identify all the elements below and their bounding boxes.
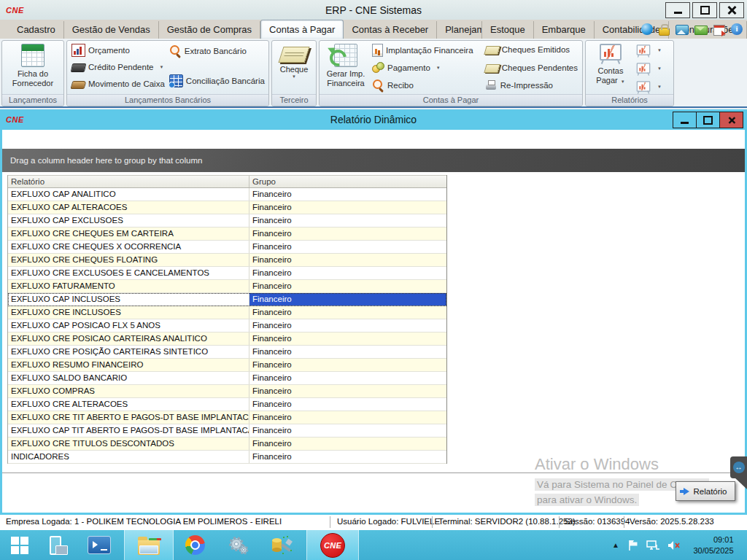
table-row[interactable]: EXFLUXO CRE ALTERACOESFinanceiro — [8, 398, 446, 411]
table-row[interactable]: EXFLUXO CRE TIT ABERTO E PAGOS-DT BASE I… — [8, 411, 446, 424]
taskbar-cne-erp[interactable]: CNE — [306, 530, 359, 560]
menu-tab[interactable]: Contas à Pagar — [260, 20, 344, 39]
cell-relatorio[interactable]: INDICADORES — [8, 451, 249, 463]
image-icon[interactable] — [676, 25, 689, 35]
pagamento-button[interactable]: Pagamento — [370, 60, 483, 75]
movimento-de-caixa-button[interactable]: Movimento de Caixa — [69, 76, 167, 91]
mail-icon[interactable] — [694, 26, 708, 35]
start-button[interactable] — [0, 530, 39, 560]
conciliacao-bancaria-button[interactable]: Conciliação Bancária — [167, 73, 267, 88]
group-by-panel[interactable]: Drag a column header here to group by th… — [2, 149, 745, 172]
menu-tab[interactable]: Gestão de Vendas — [64, 21, 159, 39]
cell-relatorio[interactable]: EXFLUXO CAP INCLUSOES — [8, 293, 249, 306]
cell-grupo[interactable]: Financeiro — [249, 398, 446, 411]
cell-relatorio[interactable]: EXFLUXO CAP TIT ABERTO E PAGOS-DT BASE I… — [8, 424, 249, 437]
tray-action-center[interactable] — [624, 530, 642, 560]
tray-network[interactable] — [643, 530, 662, 560]
cell-relatorio[interactable]: EXFLUXO CRE TITULOS DESCONTADOS — [8, 438, 249, 450]
cell-relatorio[interactable]: EXFLUXO CRE CHEQUES EM CARTEIRA — [8, 228, 249, 240]
table-row[interactable]: EXFLUXO CRE INCLUSOESFinanceiro — [8, 306, 446, 319]
orcamento-button[interactable]: Orçamento — [69, 42, 167, 58]
cell-grupo[interactable]: Financeiro — [249, 411, 446, 424]
table-row[interactable]: EXFLUXO CAP ALTERACOESFinanceiro — [8, 201, 446, 214]
relatorio-button[interactable]: Relatório — [676, 481, 735, 501]
table-row[interactable]: EXFLUXO SALDO BANCARIOFinanceiro — [8, 372, 446, 385]
cell-grupo[interactable]: Financeiro — [249, 280, 446, 292]
close-button[interactable] — [719, 2, 744, 18]
cell-grupo[interactable]: Financeiro — [249, 438, 446, 450]
cell-grupo[interactable]: Financeiro — [249, 214, 446, 227]
cell-grupo[interactable]: Financeiro — [249, 372, 446, 384]
cell-relatorio[interactable]: EXFLUXO CAP EXCLUSOES — [8, 214, 249, 227]
implantacao-financeira-button[interactable]: Implantação Financeira — [370, 42, 483, 58]
report-dropdown-button-1[interactable] — [633, 44, 664, 56]
taskbar-settings[interactable] — [217, 530, 258, 560]
table-row[interactable]: EXFLUXO CRE POSICAO CARTEIRAS ANALITICOF… — [8, 332, 446, 346]
cell-relatorio[interactable]: EXFLUXO CRE POSIÇÃO CARTEIRAS SINTETICO — [8, 346, 249, 358]
cell-relatorio[interactable]: EXFLUXO COMPRAS — [8, 385, 249, 397]
maximize-button[interactable] — [692, 2, 717, 18]
table-row[interactable]: EXFLUXO CAP EXCLUSOESFinanceiro — [8, 214, 446, 228]
cell-grupo[interactable]: Financeiro — [249, 385, 446, 397]
table-row[interactable]: EXFLUXO CAP TIT ABERTO E PAGOS-DT BASE I… — [8, 424, 446, 438]
taskbar-server-manager[interactable] — [41, 530, 74, 560]
menu-tab[interactable]: Estoque — [482, 21, 534, 39]
cell-grupo[interactable]: Financeiro — [249, 254, 446, 266]
table-row[interactable]: EXFLUXO CRE TITULOS DESCONTADOSFinanceir… — [8, 438, 446, 451]
cell-relatorio[interactable]: EXFLUXO RESUMO FINANCEIRO — [8, 359, 249, 371]
cell-relatorio[interactable]: EXFLUXO CRE ALTERACOES — [8, 398, 249, 411]
cell-grupo[interactable]: Financeiro — [249, 188, 446, 201]
cheques-emitidos-button[interactable]: Cheques Emitidos — [483, 42, 580, 57]
tray-clock[interactable]: 09:01 30/05/2025 — [684, 530, 743, 560]
menu-tab[interactable]: Contas à Receber — [344, 21, 437, 39]
cell-relatorio[interactable]: EXFLUXO CRE INCLUSOES — [8, 306, 249, 319]
dialog-close-button[interactable] — [719, 112, 743, 128]
column-header-relatorio[interactable]: Relatório — [8, 176, 249, 187]
table-row[interactable]: EXFLUXO CRE EXCLUSOES E CANCELAMENTOSFin… — [8, 267, 446, 280]
calendar-icon[interactable] — [713, 25, 725, 36]
ficha-do-fornecedor-button[interactable]: Ficha do Fornecedor — [12, 42, 53, 93]
recibo-button[interactable]: Recibo — [370, 77, 483, 93]
cell-grupo[interactable]: Financeiro — [249, 241, 446, 253]
menu-tab[interactable]: Gestão de Compras — [159, 21, 260, 39]
cell-grupo[interactable]: Financeiro — [249, 293, 446, 306]
table-row[interactable]: EXFLUXO CRE CHEQUES FLOATINGFinanceiro — [8, 254, 446, 267]
column-header-grupo[interactable]: Grupo — [249, 176, 446, 187]
table-row[interactable]: INDICADORESFinanceiro — [8, 451, 446, 464]
table-row[interactable]: EXFLUXO CRE POSIÇÃO CARTEIRAS SINTETICOF… — [8, 346, 446, 359]
dialog-maximize-button[interactable] — [696, 112, 720, 128]
extrato-bancario-button[interactable]: Extrato Bancário — [167, 43, 267, 58]
cell-grupo[interactable]: Financeiro — [249, 424, 446, 437]
info-icon[interactable] — [731, 23, 743, 35]
tray-expand-button[interactable]: ▲ — [608, 530, 623, 560]
cell-relatorio[interactable]: EXFLUXO CAP ANALITICO — [8, 188, 249, 201]
table-row[interactable]: EXFLUXO CRE CHEQUES X OCORRENCIAFinancei… — [8, 241, 446, 254]
table-row[interactable]: EXFLUXO CAP POSICAO FLX 5 ANOSFinanceiro — [8, 319, 446, 332]
taskbar-file-explorer[interactable] — [124, 530, 174, 560]
minimize-button[interactable] — [665, 2, 690, 18]
contas-pagar-report-button[interactable]: Contas Pagar — [588, 42, 633, 93]
cell-relatorio[interactable]: EXFLUXO CAP POSICAO FLX 5 ANOS — [8, 319, 249, 332]
table-row[interactable]: EXFLUXO CAP INCLUSOESFinanceiro — [8, 293, 446, 306]
report-dropdown-button-3[interactable] — [633, 80, 664, 93]
globe-icon[interactable] — [641, 23, 653, 35]
cell-grupo[interactable]: Financeiro — [249, 451, 446, 463]
menu-tab[interactable]: Planejamento de Pro — [437, 21, 482, 39]
cell-relatorio[interactable]: EXFLUXO CAP ALTERACOES — [8, 201, 249, 214]
table-row[interactable]: EXFLUXO RESUMO FINANCEIROFinanceiro — [8, 359, 446, 372]
cell-grupo[interactable]: Financeiro — [249, 319, 446, 332]
re-impressao-button[interactable]: Re-Impressão — [483, 78, 580, 93]
cell-grupo[interactable]: Financeiro — [249, 359, 446, 371]
cell-relatorio[interactable]: EXFLUXO CRE EXCLUSOES E CANCELAMENTOS — [8, 267, 249, 279]
cheques-pendentes-button[interactable]: Cheques Pendentes — [483, 61, 580, 75]
cell-grupo[interactable]: Financeiro — [249, 228, 446, 240]
cell-relatorio[interactable]: EXFLUXO SALDO BANCARIO — [8, 372, 249, 384]
cell-relatorio[interactable]: EXFLUXO CRE POSICAO CARTEIRAS ANALITICO — [8, 332, 249, 345]
menu-tab[interactable]: Embarque — [534, 21, 595, 39]
table-row[interactable]: EXFLUXO CAP ANALITICOFinanceiro — [8, 188, 446, 201]
tray-volume[interactable] — [664, 530, 683, 560]
taskbar-database-tools[interactable] — [261, 530, 302, 560]
taskbar-chrome[interactable] — [175, 530, 214, 560]
cheque-button[interactable]: Cheque ▼ — [280, 42, 309, 93]
cell-relatorio[interactable]: EXFLUXO CRE CHEQUES X OCORRENCIA — [8, 241, 249, 253]
